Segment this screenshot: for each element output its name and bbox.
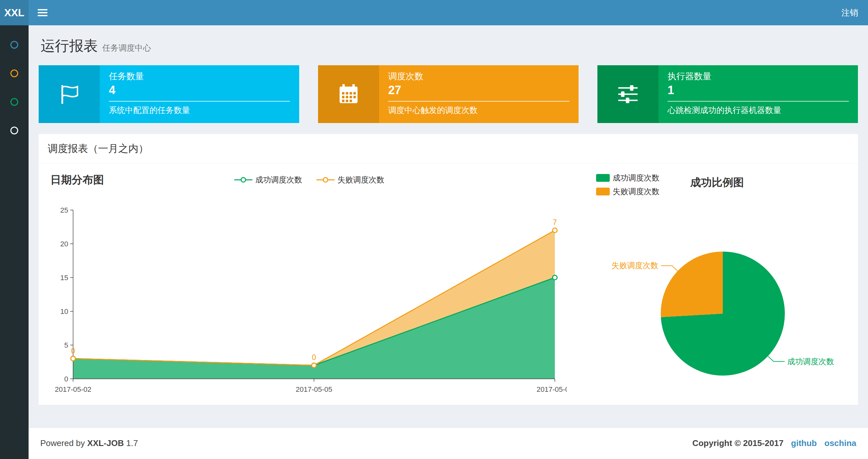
pie-legend-item[interactable]: 成功调度次数 bbox=[596, 173, 659, 183]
pie-chart-svg: 成功调度次数失败调度次数 bbox=[596, 210, 849, 398]
page-footer: Powered by XXL-JOB 1.7 Copyright © 2015-… bbox=[29, 427, 868, 459]
calendar-icon bbox=[318, 65, 379, 123]
svg-text:失败调度次数: 失败调度次数 bbox=[612, 261, 658, 270]
svg-text:成功调度次数: 成功调度次数 bbox=[787, 357, 834, 366]
pie-legend-item[interactable]: 失败调度次数 bbox=[596, 186, 659, 197]
svg-text:7: 7 bbox=[553, 218, 557, 227]
copyright-text: Copyright © 2015-2017 github oschina bbox=[692, 438, 856, 448]
info-box-jobs: 任务数量 4 系统中配置的任务数量 bbox=[39, 65, 299, 123]
powered-by-text: Powered by XXL-JOB 1.7 bbox=[40, 438, 138, 448]
oschina-link[interactable]: oschina bbox=[825, 438, 856, 448]
success-ratio-chart: 成功调度次数 失败调度次数 成功比例图 成功调度次数失败调度次数 bbox=[596, 173, 849, 398]
svg-text:15: 15 bbox=[60, 274, 68, 282]
sidebar-item-job-manage[interactable] bbox=[10, 69, 18, 77]
logout-button[interactable]: 注销 bbox=[832, 0, 868, 25]
divider bbox=[388, 101, 569, 102]
app-logo[interactable]: XXL bbox=[0, 0, 29, 25]
info-label: 调度次数 bbox=[388, 70, 569, 82]
pie-legend-swatch bbox=[596, 188, 610, 195]
line-legend-item[interactable]: 失败调度次数 bbox=[316, 175, 384, 185]
page-header: 运行报表任务调度中心 bbox=[39, 36, 858, 56]
svg-text:2017-05-05: 2017-05-05 bbox=[296, 385, 332, 393]
info-description: 系统中配置的任务数量 bbox=[109, 105, 290, 116]
info-label: 执行器数量 bbox=[668, 70, 849, 82]
main-content: 运行报表任务调度中心 任务数量 4 系统中配置的任务数量 bbox=[29, 25, 868, 427]
product-name: XXL-JOB bbox=[87, 438, 124, 448]
info-box-executors: 执行器数量 1 心跳检测成功的执行器机器数量 bbox=[597, 65, 858, 123]
panel-title: 调度报表（一月之内） bbox=[48, 143, 149, 154]
sidebar-item-dashboard[interactable] bbox=[10, 41, 18, 49]
info-value: 1 bbox=[668, 84, 849, 97]
svg-text:10: 10 bbox=[60, 307, 68, 316]
info-value: 27 bbox=[388, 84, 569, 97]
hamburger-icon bbox=[38, 7, 48, 18]
pie-legend-swatch bbox=[596, 174, 610, 182]
top-navbar: XXL 注销 bbox=[0, 0, 868, 25]
legend-label: 成功调度次数 bbox=[613, 173, 659, 183]
info-value: 4 bbox=[109, 84, 290, 97]
pie-chart-title: 成功比例图 bbox=[690, 175, 744, 190]
divider bbox=[668, 101, 849, 102]
github-link[interactable]: github bbox=[791, 438, 817, 448]
divider bbox=[109, 101, 290, 102]
pie-chart-legend: 成功调度次数 失败调度次数 bbox=[596, 173, 659, 197]
svg-text:5: 5 bbox=[64, 341, 68, 349]
svg-text:20: 20 bbox=[60, 240, 68, 248]
legend-label: 失败调度次数 bbox=[613, 186, 659, 197]
legend-label: 失败调度次数 bbox=[338, 175, 384, 185]
line-chart-legend: 成功调度次数 失败调度次数 bbox=[234, 175, 384, 185]
summary-cards: 任务数量 4 系统中配置的任务数量 bbox=[39, 65, 858, 123]
page-title: 运行报表 bbox=[41, 38, 98, 54]
navbar-spacer bbox=[57, 0, 832, 25]
svg-text:0: 0 bbox=[312, 353, 316, 362]
info-label: 任务数量 bbox=[109, 70, 290, 82]
line-legend-item[interactable]: 成功调度次数 bbox=[234, 175, 302, 185]
product-version: 1.7 bbox=[126, 438, 138, 448]
flag-icon bbox=[39, 65, 100, 123]
svg-text:25: 25 bbox=[60, 206, 68, 214]
svg-text:0: 0 bbox=[71, 347, 75, 355]
panel-header: 调度报表（一月之内） bbox=[39, 134, 858, 164]
sidebar-item-help[interactable] bbox=[10, 127, 18, 134]
sliders-icon bbox=[597, 65, 658, 123]
info-description: 调度中心触发的调度次数 bbox=[388, 105, 569, 116]
line-chart-svg: 05101520252017-05-022017-05-052017-05-08… bbox=[47, 200, 567, 398]
date-distribution-chart: 日期分布图 成功调度次数 失败调度次数 05101520252017-0 bbox=[47, 173, 571, 398]
legend-label: 成功调度次数 bbox=[255, 175, 302, 185]
sidebar-toggle-button[interactable] bbox=[29, 0, 57, 25]
svg-text:2017-05-08: 2017-05-08 bbox=[537, 385, 567, 393]
sidebar-item-job-log[interactable] bbox=[10, 98, 18, 106]
info-description: 心跳检测成功的执行器机器数量 bbox=[668, 105, 849, 116]
svg-text:2017-05-02: 2017-05-02 bbox=[55, 385, 92, 393]
info-box-triggers: 调度次数 27 调度中心触发的调度次数 bbox=[318, 65, 579, 123]
report-panel: 调度报表（一月之内） 日期分布图 成功调度次数 失败调度次数 bbox=[39, 134, 858, 405]
sidebar bbox=[0, 25, 29, 459]
svg-text:0: 0 bbox=[64, 375, 68, 383]
page-subtitle: 任务调度中心 bbox=[102, 43, 151, 52]
